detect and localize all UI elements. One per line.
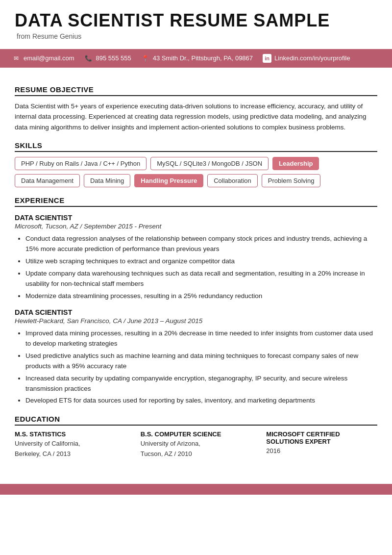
bullet-item: Modernize data streamlining processes, r… xyxy=(25,291,377,302)
bullet-item: Used predictive analytics such as machin… xyxy=(25,351,377,372)
linkedin-text: Linkedin.com/in/yourprofile xyxy=(274,54,350,62)
linkedin-icon: in xyxy=(263,54,271,63)
phone-icon: 📞 xyxy=(84,54,93,63)
skills-title: SKILLS xyxy=(15,141,377,152)
edu-item: B.S. COMPUTER SCIENCEUniversity of Arizo… xyxy=(141,430,252,459)
bullet-item: Increased data security by updating comp… xyxy=(25,374,377,394)
objective-title: RESUME OBJECTIVE xyxy=(15,85,377,96)
experience-container: DATA SCIENTISTMicrosoft, Tucson, AZ / Se… xyxy=(15,214,377,406)
email-contact: ✉ email@gmail.com xyxy=(12,54,74,63)
skill-tag: Handling Pressure xyxy=(134,174,203,187)
footer-bar xyxy=(0,484,392,495)
main-content: RESUME OBJECTIVE Data Scientist with 5+ … xyxy=(0,68,392,469)
linkedin-contact: in Linkedin.com/in/yourprofile xyxy=(263,54,350,63)
job-entry: DATA SCIENTISTMicrosoft, Tucson, AZ / Se… xyxy=(15,214,377,302)
location-icon: 📍 xyxy=(141,54,150,63)
job-company: Microsoft, Tucson, AZ / September 2015 -… xyxy=(15,223,377,230)
education-title: EDUCATION xyxy=(15,415,377,426)
edu-degree: MICROSOFT CERTIFIED SOLUTIONS EXPERT xyxy=(266,430,377,445)
experience-title: EXPERIENCE xyxy=(15,196,377,207)
bullet-item: Improved data mining processes, resultin… xyxy=(25,328,377,349)
bullet-item: Developed ETS for data sources used for … xyxy=(25,396,377,406)
phone-contact: 📞 895 555 555 xyxy=(84,54,131,63)
email-text: email@gmail.com xyxy=(24,54,74,62)
job-bullets: Improved data mining processes, resultin… xyxy=(15,328,377,406)
bullet-item: Update company data warehousing techniqu… xyxy=(25,269,377,289)
email-icon: ✉ xyxy=(12,54,21,63)
education-grid: M.S. STATISTICSUniversity of California,… xyxy=(15,430,377,459)
bullet-item: Conduct data regression analyses of the … xyxy=(25,234,377,254)
skills-container: PHP / Ruby on Rails / Java / C++ / Pytho… xyxy=(15,157,377,187)
address-text: 43 Smith Dr., Pittsburgh, PA, 09867 xyxy=(153,54,253,62)
bullet-item: Utilize web scraping techniques to extra… xyxy=(25,256,377,267)
page-header: DATA SCIENTIST RESUME SAMPLE from Resume… xyxy=(0,0,392,45)
skill-tag: Data Management xyxy=(15,174,80,187)
skill-tag: Data Mining xyxy=(84,174,130,187)
skill-tag: PHP / Ruby on Rails / Java / C++ / Pytho… xyxy=(15,157,147,170)
job-title: DATA SCIENTIST xyxy=(15,308,377,316)
address-contact: 📍 43 Smith Dr., Pittsburgh, PA, 09867 xyxy=(141,54,253,63)
objective-text: Data Scientist with 5+ years of experien… xyxy=(15,101,377,133)
edu-details: University of Arizona, Tucson, AZ / 2010 xyxy=(141,439,252,459)
main-title: DATA SCIENTIST RESUME SAMPLE xyxy=(15,11,377,30)
job-entry: DATA SCIENTISTHewlett-Packard, San Franc… xyxy=(15,308,377,406)
skill-tag: Problem Solving xyxy=(262,174,321,187)
contact-bar: ✉ email@gmail.com 📞 895 555 555 📍 43 Smi… xyxy=(0,49,392,68)
edu-degree: M.S. STATISTICS xyxy=(15,430,126,438)
job-title: DATA SCIENTIST xyxy=(15,214,377,222)
phone-text: 895 555 555 xyxy=(96,54,131,62)
subtitle: from Resume Genius xyxy=(17,32,377,40)
job-company: Hewlett-Packard, San Francisco, CA / Jun… xyxy=(15,317,377,325)
skill-tag: Leadership xyxy=(272,157,319,170)
skill-tag: Collaboration xyxy=(207,174,258,187)
edu-details: 2016 xyxy=(266,446,377,456)
edu-item: MICROSOFT CERTIFIED SOLUTIONS EXPERT2016 xyxy=(266,430,377,459)
edu-item: M.S. STATISTICSUniversity of California,… xyxy=(15,430,126,459)
job-bullets: Conduct data regression analyses of the … xyxy=(15,234,377,302)
edu-degree: B.S. COMPUTER SCIENCE xyxy=(141,430,252,438)
edu-details: University of California, Berkeley, CA /… xyxy=(15,439,126,459)
skill-tag: MySQL / SQLite3 / MongoDB / JSON xyxy=(150,157,269,170)
